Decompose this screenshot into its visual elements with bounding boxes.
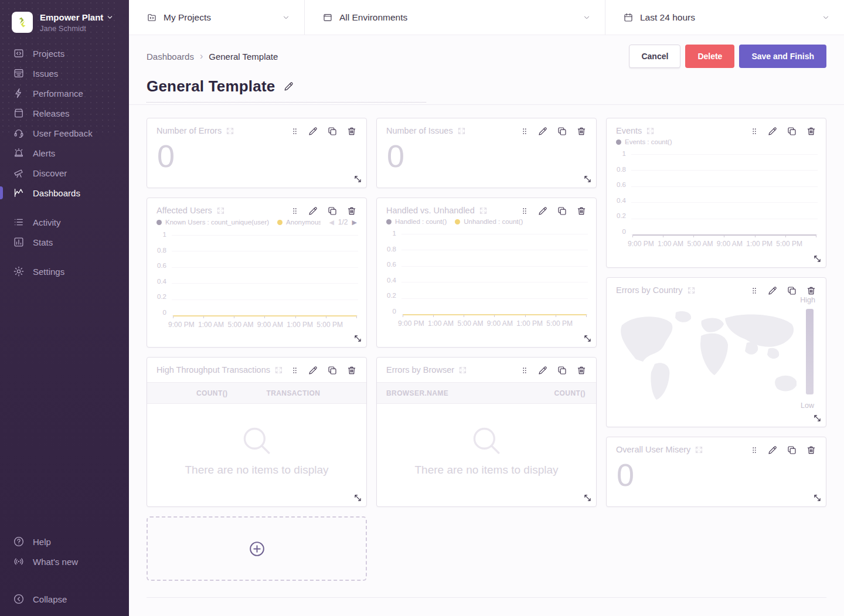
- resize-handle-icon[interactable]: [583, 333, 593, 343]
- duplicate-widget-icon[interactable]: [557, 206, 567, 216]
- edit-widget-icon[interactable]: [308, 365, 318, 376]
- table-header-row: BROWSER.NAME COUNT(): [377, 382, 596, 404]
- resize-handle-icon[interactable]: [353, 493, 363, 503]
- drag-handle-icon[interactable]: [520, 206, 529, 216]
- drag-handle-icon[interactable]: [291, 206, 299, 216]
- delete-widget-icon[interactable]: [806, 126, 816, 137]
- save-and-finish-button[interactable]: Save and Finish: [739, 45, 826, 68]
- resize-handle-icon[interactable]: [353, 333, 363, 343]
- delete-widget-icon[interactable]: [576, 126, 587, 137]
- sidebar-item-performance[interactable]: Performance: [0, 83, 129, 103]
- edit-widget-icon[interactable]: [537, 206, 548, 216]
- drag-handle-icon[interactable]: [520, 365, 529, 376]
- edit-widget-icon[interactable]: [308, 126, 318, 137]
- duplicate-widget-icon[interactable]: [557, 126, 567, 137]
- org-switcher[interactable]: Empower Plant Jane Schmidt: [0, 0, 129, 41]
- sidebar-item-label: Settings: [33, 267, 64, 277]
- time-range-filter-label: Last 24 hours: [640, 12, 695, 23]
- edit-widget-icon[interactable]: [537, 365, 548, 376]
- sidebar-item-help[interactable]: Help: [0, 532, 129, 552]
- pagination-next-icon[interactable]: ▶: [352, 219, 357, 226]
- expand-icon[interactable]: [275, 366, 283, 374]
- breadcrumb-dashboards-link[interactable]: Dashboards: [147, 52, 194, 62]
- sidebar-item-projects[interactable]: Projects: [0, 43, 129, 63]
- resize-handle-icon[interactable]: [812, 254, 822, 264]
- duplicate-widget-icon[interactable]: [327, 206, 338, 216]
- collapse-icon: [13, 593, 25, 605]
- sidebar-item-discover[interactable]: Discover: [0, 163, 129, 183]
- drag-handle-icon[interactable]: [291, 365, 299, 376]
- edit-widget-icon[interactable]: [308, 206, 318, 216]
- expand-icon[interactable]: [646, 127, 654, 135]
- delete-widget-icon[interactable]: [346, 206, 357, 216]
- expand-icon[interactable]: [226, 127, 234, 135]
- sidebar-item-whats-new[interactable]: What's new: [0, 552, 129, 571]
- alerts-icon: [13, 147, 25, 159]
- expand-icon[interactable]: [695, 446, 703, 454]
- expand-icon[interactable]: [217, 207, 224, 215]
- edit-widget-icon[interactable]: [767, 126, 778, 137]
- sidebar-item-alerts[interactable]: Alerts: [0, 143, 129, 163]
- resize-handle-icon[interactable]: [353, 174, 363, 184]
- resize-handle-icon[interactable]: [583, 493, 593, 503]
- edit-widget-icon[interactable]: [537, 126, 548, 137]
- widget-grid: Number of Errors 0 Affected Users: [129, 118, 844, 581]
- delete-button[interactable]: Delete: [685, 45, 734, 68]
- resize-handle-icon[interactable]: [812, 493, 822, 503]
- chevron-down-icon: [106, 13, 114, 21]
- duplicate-widget-icon[interactable]: [557, 365, 567, 376]
- pagination-prev-icon[interactable]: ◀: [329, 219, 333, 226]
- edit-widget-icon[interactable]: [767, 445, 778, 455]
- project-filter-dropdown[interactable]: My Projects: [129, 0, 305, 35]
- plus-circle-icon: [248, 540, 266, 558]
- delete-widget-icon[interactable]: [346, 126, 357, 137]
- sidebar-item-issues[interactable]: Issues: [0, 63, 129, 83]
- sidebar-item-releases[interactable]: Releases: [0, 103, 129, 123]
- expand-icon[interactable]: [459, 366, 467, 374]
- empty-state-text: There are no items to display: [185, 464, 328, 477]
- sidebar-item-dashboards[interactable]: Dashboards: [0, 183, 129, 203]
- delete-widget-icon[interactable]: [346, 365, 357, 376]
- legend-pagination: ◀ 1/2 ▶: [329, 218, 357, 226]
- x-axis: 9:00 PM1:00 AM5:00 AM9:00 AM1:00 PM5:00 …: [628, 240, 802, 248]
- delete-widget-icon[interactable]: [806, 285, 816, 296]
- add-widget-button[interactable]: [147, 516, 367, 581]
- drag-handle-icon[interactable]: [520, 126, 529, 137]
- duplicate-widget-icon[interactable]: [327, 365, 338, 376]
- drag-handle-icon[interactable]: [750, 445, 758, 455]
- sidebar-item-activity[interactable]: Activity: [0, 212, 129, 232]
- cancel-button[interactable]: Cancel: [629, 45, 680, 68]
- column-header: BROWSER.NAME: [386, 389, 448, 397]
- editable-title[interactable]: General Template: [147, 77, 426, 103]
- sidebar-item-stats[interactable]: Stats: [0, 232, 129, 252]
- widget-title: Number of Issues: [386, 126, 453, 135]
- sidebar-item-collapse[interactable]: Collapse: [0, 589, 129, 609]
- delete-widget-icon[interactable]: [576, 206, 587, 216]
- sidebar-item-settings[interactable]: Settings: [0, 261, 129, 281]
- time-range-filter-dropdown[interactable]: Last 24 hours: [605, 0, 844, 35]
- resize-handle-icon[interactable]: [583, 174, 593, 184]
- environment-filter-label: All Environments: [339, 12, 407, 23]
- widget-number-of-issues: Number of Issues 0: [376, 118, 597, 188]
- delete-widget-icon[interactable]: [576, 365, 587, 376]
- expand-icon[interactable]: [458, 127, 465, 135]
- column-header: COUNT(): [554, 389, 586, 397]
- sidebar-item-label: User Feedback: [33, 128, 93, 138]
- delete-widget-icon[interactable]: [806, 445, 816, 455]
- sidebar-item-user-feedback[interactable]: User Feedback: [0, 123, 129, 143]
- edit-widget-icon[interactable]: [767, 285, 778, 296]
- empty-state: There are no items to display: [377, 404, 596, 496]
- drag-handle-icon[interactable]: [291, 126, 299, 137]
- duplicate-widget-icon[interactable]: [787, 445, 797, 455]
- duplicate-widget-icon[interactable]: [327, 126, 338, 137]
- empower-plant-logo-icon: [15, 15, 29, 29]
- environment-filter-dropdown[interactable]: All Environments: [305, 0, 605, 35]
- duplicate-widget-icon[interactable]: [787, 126, 797, 137]
- edit-title-pencil-icon[interactable]: [283, 81, 294, 92]
- expand-icon[interactable]: [479, 207, 487, 215]
- expand-icon[interactable]: [688, 287, 695, 294]
- drag-handle-icon[interactable]: [750, 285, 758, 296]
- resize-handle-icon[interactable]: [812, 413, 822, 423]
- duplicate-widget-icon[interactable]: [787, 285, 797, 296]
- drag-handle-icon[interactable]: [750, 126, 758, 137]
